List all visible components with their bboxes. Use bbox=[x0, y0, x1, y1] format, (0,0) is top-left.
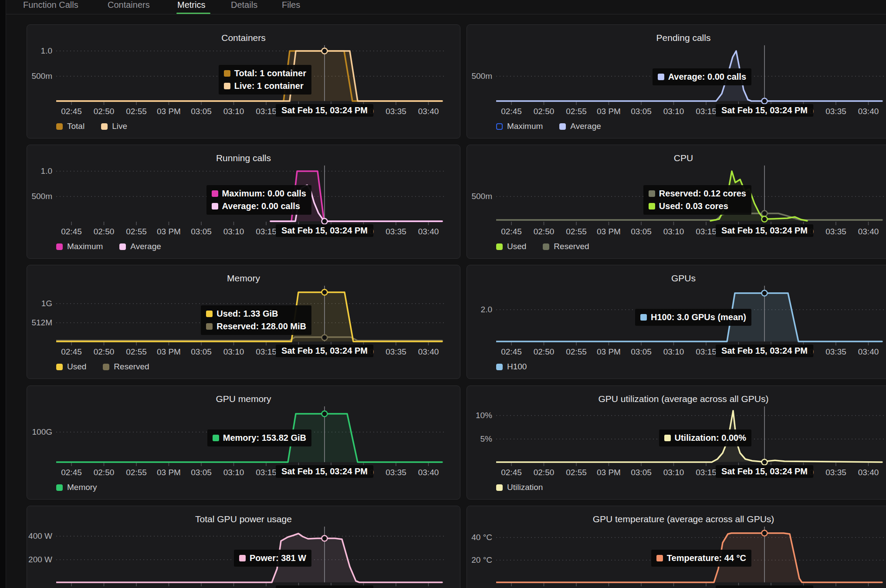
legend-item-utilization[interactable]: Utilization bbox=[496, 483, 543, 492]
legend-item-average[interactable]: Average bbox=[119, 242, 161, 251]
tooltip-swatch-icon bbox=[656, 555, 663, 561]
legend-item-memory[interactable]: Memory bbox=[56, 483, 97, 492]
x-axis-label: 03:40 bbox=[856, 227, 882, 237]
legend-label: Total bbox=[67, 122, 85, 131]
legend-item-h100[interactable]: H100 bbox=[496, 362, 527, 372]
chart-card-memory: Memory1G512M02:4502:5002:5503 PM03:0503:… bbox=[27, 265, 460, 379]
x-axis-label: 03:15 bbox=[693, 468, 719, 477]
legend-swatch-icon bbox=[543, 243, 549, 250]
tooltip-row: Reserved: 0.12 cores bbox=[649, 187, 746, 200]
x-axis-label: 03:40 bbox=[856, 107, 882, 116]
hover-tooltip-containers: Total: 1 containerLive: 1 container bbox=[219, 65, 311, 95]
active-tab-underline bbox=[176, 13, 210, 14]
legend-item-live[interactable]: Live bbox=[101, 122, 127, 131]
legend-label: Used bbox=[67, 362, 86, 372]
tooltip-swatch-icon bbox=[640, 314, 647, 321]
chart-card-running-calls: Running calls1.0500m02:4502:5002:5503 PM… bbox=[27, 145, 460, 259]
x-axis-label: 02:50 bbox=[91, 227, 117, 237]
legend-item-average[interactable]: Average bbox=[559, 122, 601, 131]
date-tooltip: Sat Feb 15, 03:24 PM bbox=[276, 224, 373, 237]
legend-item-reserved[interactable]: Reserved bbox=[543, 242, 589, 251]
legend-swatch-icon bbox=[496, 364, 503, 370]
chart-legend: Memory bbox=[56, 483, 97, 492]
hover-marker bbox=[762, 211, 768, 216]
x-axis-label: 03:05 bbox=[628, 227, 654, 237]
legend-item-maximum[interactable]: Maximum bbox=[496, 122, 543, 131]
tooltip-value: Maximum: 0.00 calls bbox=[222, 189, 306, 199]
tooltip-value: Temperature: 44 °C bbox=[667, 553, 746, 563]
x-axis-label: 03 PM bbox=[156, 347, 182, 357]
chart-title-gpu-temperature: GPU temperature (average across all GPUs… bbox=[467, 514, 886, 524]
tab-metrics[interactable]: Metrics bbox=[177, 0, 205, 14]
tooltip-row: Live: 1 container bbox=[224, 80, 306, 92]
legend-item-total[interactable]: Total bbox=[56, 122, 85, 131]
chart-legend: Utilization bbox=[496, 483, 543, 492]
tooltip-value: Reserved: 128.00 MiB bbox=[216, 321, 306, 331]
legend-swatch-icon bbox=[496, 484, 503, 491]
tab-function-calls[interactable]: Function Calls bbox=[23, 0, 78, 14]
x-axis-label: 03:40 bbox=[416, 227, 442, 237]
date-tooltip: Sat Feb 15, 03:24 PM bbox=[716, 345, 813, 357]
chart-title-gpu-memory: GPU memory bbox=[27, 394, 460, 404]
x-axis-label: 03:15 bbox=[693, 227, 719, 237]
x-axis-label: 02:55 bbox=[563, 107, 589, 116]
legend-swatch-icon bbox=[56, 484, 63, 491]
legend-swatch-icon bbox=[103, 364, 109, 370]
legend-item-maximum[interactable]: Maximum bbox=[56, 242, 103, 251]
x-axis-label: 03:05 bbox=[188, 347, 214, 357]
tooltip-row: Used: 0.03 cores bbox=[649, 200, 746, 213]
hover-marker bbox=[322, 290, 328, 295]
chart-title-memory: Memory bbox=[27, 273, 460, 284]
y-axis-label: 20 °C bbox=[467, 555, 492, 565]
x-axis-label: 02:45 bbox=[58, 107, 85, 116]
legend-label: Maximum bbox=[507, 122, 543, 131]
chart-card-cpu: CPU500m02:4502:5002:5503 PM03:0503:1003:… bbox=[467, 145, 886, 259]
tab-containers[interactable]: Containers bbox=[108, 0, 150, 14]
legend-item-used[interactable]: Used bbox=[496, 242, 526, 251]
x-axis-label: 02:45 bbox=[58, 347, 85, 357]
y-axis-label: 5% bbox=[467, 434, 492, 444]
date-tooltip: Sat Feb 15, 03:24 PM bbox=[276, 585, 373, 588]
x-axis-label: 02:45 bbox=[498, 468, 524, 477]
y-axis-label: 500m bbox=[467, 71, 492, 81]
x-axis-label: 03:35 bbox=[823, 107, 849, 116]
hover-tooltip-memory: Used: 1.33 GiBReserved: 128.00 MiB bbox=[201, 305, 311, 335]
x-axis-label: 02:50 bbox=[91, 107, 117, 116]
x-axis-label: 03:35 bbox=[383, 468, 409, 477]
x-axis-label: 03:40 bbox=[856, 347, 882, 357]
tooltip-row: Average: 0.00 calls bbox=[658, 71, 746, 83]
y-axis-label: 512M bbox=[27, 318, 52, 328]
legend-item-reserved[interactable]: Reserved bbox=[103, 362, 149, 372]
x-axis-label: 03:15 bbox=[253, 227, 279, 237]
tab-details[interactable]: Details bbox=[231, 0, 257, 14]
chart-legend: MaximumAverage bbox=[496, 122, 601, 131]
legend-swatch-icon bbox=[496, 243, 503, 250]
hover-marker bbox=[762, 460, 768, 465]
hover-tooltip-pending-calls: Average: 0.00 calls bbox=[653, 68, 751, 85]
x-axis-label: 03:10 bbox=[221, 107, 247, 116]
x-axis-label: 03 PM bbox=[156, 468, 182, 477]
x-axis-label: 03 PM bbox=[596, 227, 622, 237]
x-axis-label: 03:40 bbox=[856, 468, 882, 477]
hover-tooltip-running-calls: Maximum: 0.00 callsAverage: 0.00 calls bbox=[206, 185, 311, 215]
legend-swatch-icon bbox=[56, 364, 63, 370]
legend-label: Reserved bbox=[114, 362, 149, 372]
legend-label: H100 bbox=[507, 362, 527, 372]
tooltip-row: Used: 1.33 GiB bbox=[206, 308, 306, 320]
legend-item-used[interactable]: Used bbox=[56, 362, 86, 372]
tooltip-swatch-icon bbox=[649, 203, 655, 210]
x-axis-label: 02:55 bbox=[123, 468, 149, 477]
legend-label: Live bbox=[112, 122, 127, 131]
x-axis-label: 03 PM bbox=[596, 347, 622, 357]
hover-tooltip-gpu-power: Power: 381 W bbox=[234, 550, 311, 567]
x-axis-label: 02:50 bbox=[531, 347, 557, 357]
y-axis-label: 1.0 bbox=[27, 46, 52, 56]
chart-legend: UsedReserved bbox=[56, 362, 149, 372]
chart-title-gpu-utilization: GPU utilization (average across all GPUs… bbox=[467, 394, 886, 404]
x-axis-label: 02:50 bbox=[531, 468, 557, 477]
chart-card-gpus: GPUs2.002:4502:5002:5503 PM03:0503:1003:… bbox=[467, 265, 886, 379]
chart-title-gpu-power: Total GPU power usage bbox=[27, 514, 460, 524]
tab-files[interactable]: Files bbox=[282, 0, 300, 14]
chart-card-containers: Containers1.0500m02:4502:5002:5503 PM03:… bbox=[27, 24, 460, 139]
y-axis-label: 1.0 bbox=[27, 166, 52, 176]
